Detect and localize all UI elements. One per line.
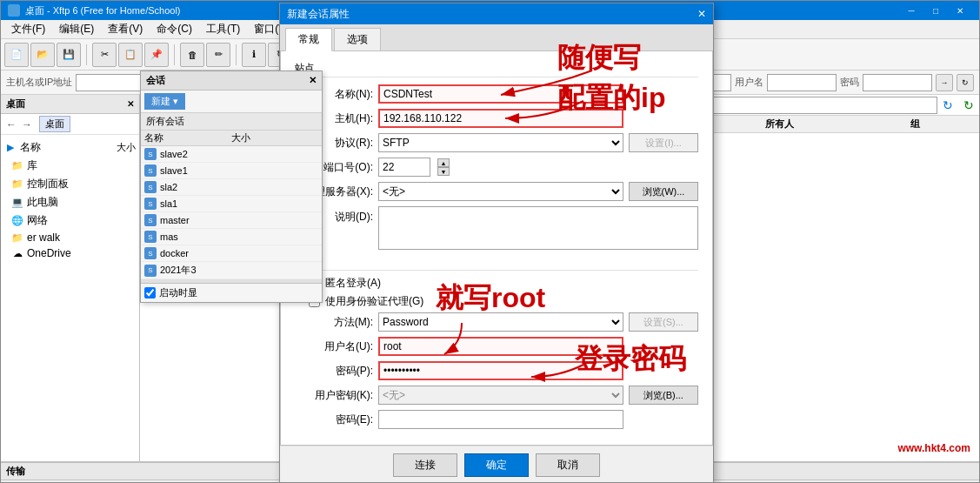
maximize-button[interactable]: □ — [923, 1, 948, 20]
session-items: S slave2 S slave1 S sla2 S sla1 S master… — [141, 146, 322, 279]
close-button[interactable]: ✕ — [948, 1, 972, 20]
agent-row: 使用身份验证代理(G) — [309, 294, 698, 309]
dialog-title-bar: 新建会话属性 ✕ — [280, 3, 713, 24]
connect-btn[interactable]: → — [936, 74, 953, 91]
tab-general[interactable]: 常规 — [285, 28, 332, 51]
setup2-button[interactable]: 设置(S)... — [629, 312, 698, 332]
tb-prop[interactable]: ℹ — [242, 43, 266, 67]
session-sla2[interactable]: S sla2 — [141, 179, 322, 196]
session-cols: 名称 大小 — [141, 131, 322, 146]
menu-tools[interactable]: 工具(T) — [199, 20, 247, 38]
minimize-button[interactable]: ─ — [899, 1, 923, 20]
username-input[interactable] — [767, 74, 837, 91]
protocol-select[interactable]: SFTP FTP FTPS — [378, 133, 623, 152]
setup-button[interactable]: 设置(I)... — [629, 133, 698, 152]
proxy-select[interactable]: <无> — [378, 182, 623, 201]
login-section-label: 登录 — [295, 255, 698, 271]
folder-icon: ▶ — [4, 142, 17, 154]
tb-new[interactable]: 📄 — [4, 43, 29, 67]
tb-paste[interactable]: 📌 — [144, 43, 169, 67]
tb-open[interactable]: 📂 — [30, 43, 55, 67]
tab-options[interactable]: 选项 — [334, 28, 381, 50]
session-col-size: 大小 — [231, 131, 318, 144]
port-up[interactable]: ▲ — [437, 158, 450, 167]
tree-onedrive[interactable]: ☁ OneDrive — [1, 245, 139, 261]
password-input[interactable] — [378, 361, 623, 380]
passphrase-input[interactable] — [378, 410, 623, 429]
host-row: 主机(H): — [295, 109, 698, 128]
browse2-button[interactable]: 浏览(B)... — [629, 386, 698, 405]
session-panel-title: 会话 — [146, 74, 165, 87]
browse-w-button[interactable]: 浏览(W)... — [629, 182, 698, 201]
session-mas[interactable]: S mas — [141, 229, 322, 245]
tb-rename[interactable]: ✏ — [206, 43, 230, 67]
pass-label: 密码 — [840, 76, 859, 89]
tree-library-label: 库 — [27, 158, 37, 173]
session-panel-header: 会话 ✕ — [141, 71, 322, 91]
new-session-dialog: 新建会话属性 ✕ 常规 选项 站点 名称(N): 主机(H): 协议(R): — [279, 3, 714, 483]
tree-item-root[interactable]: ▶ 名称 大小 — [1, 138, 139, 157]
new-btn-label: 新建 ▾ — [151, 95, 178, 108]
session-sla2-label: sla2 — [160, 182, 177, 192]
dialog-title-text: 新建会话属性 — [287, 7, 350, 22]
station-section-label: 站点 — [295, 62, 698, 77]
remote-refresh[interactable]: ↻ — [937, 97, 958, 114]
password-input[interactable] — [863, 74, 932, 91]
passphrase-row: 密码(E): — [295, 410, 698, 429]
session-slave2[interactable]: S slave2 — [141, 146, 322, 163]
watermark: www.hkt4.com — [897, 442, 970, 454]
cancel-button[interactable]: 取消 — [536, 453, 600, 477]
session-panel-close[interactable]: ✕ — [309, 75, 317, 86]
session-bottom: 启动时显 — [141, 283, 322, 302]
autostart-checkbox[interactable] — [144, 287, 156, 299]
nav-back[interactable]: ← — [4, 118, 18, 131]
session-icon-master: S — [144, 214, 157, 226]
tree-erwalk[interactable]: 📁 er walk — [1, 230, 139, 245]
menu-edit[interactable]: 编辑(E) — [52, 20, 101, 38]
session-docker[interactable]: S docker — [141, 245, 322, 262]
tree-library[interactable]: 📁 库 — [1, 157, 139, 175]
remote-refresh2[interactable]: ↻ — [958, 97, 979, 114]
dialog-close-button[interactable]: ✕ — [697, 8, 706, 20]
tb-cut[interactable]: ✂ — [92, 43, 117, 67]
userkey-select[interactable]: <无> — [378, 386, 623, 405]
name-input[interactable] — [378, 84, 623, 104]
tree-controlpanel[interactable]: 📁 控制面板 — [1, 175, 139, 193]
menu-file[interactable]: 文件(F) — [4, 20, 52, 38]
menu-command[interactable]: 命令(C) — [150, 20, 199, 38]
session-icon-2021: S — [144, 265, 157, 277]
port-input[interactable] — [378, 158, 430, 177]
tb-delete[interactable]: 🗑 — [180, 43, 204, 67]
tb-sep1 — [86, 44, 87, 65]
addr-refresh[interactable]: ↻ — [957, 74, 974, 91]
desc-row: 说明(D): — [295, 206, 698, 250]
session-slave1[interactable]: S slave1 — [141, 163, 322, 179]
desc-textarea[interactable] — [378, 206, 698, 250]
menu-view[interactable]: 查看(V) — [101, 20, 150, 38]
method-select[interactable]: Password PublicKey Keyboard Interactive — [378, 312, 623, 332]
left-panel-title: 桌面 — [6, 97, 25, 111]
tb-copy[interactable]: 📋 — [118, 43, 143, 67]
agent-label: 使用身份验证代理(G) — [325, 294, 423, 309]
tree-thispc-label: 此电脑 — [27, 195, 58, 210]
tree-network-label: 网络 — [27, 213, 48, 228]
tree-network[interactable]: 🌐 网络 — [1, 211, 139, 230]
session-new-button[interactable]: 新建 ▾ — [144, 93, 185, 110]
password-label: 密码(P): — [295, 364, 373, 379]
tree-thispc[interactable]: 💻 此电脑 — [1, 193, 139, 211]
col-owner: 所有人 — [760, 116, 905, 133]
port-down[interactable]: ▼ — [437, 167, 450, 176]
session-icon-docker: S — [144, 247, 157, 259]
title-bar-controls: ─ □ ✕ — [899, 1, 972, 20]
nav-forward[interactable]: → — [20, 118, 34, 131]
erwalk-icon: 📁 — [11, 231, 23, 244]
session-2021[interactable]: S 2021年3 — [141, 262, 322, 279]
tb-save[interactable]: 💾 — [57, 43, 81, 67]
session-sla1[interactable]: S sla1 — [141, 196, 322, 212]
host-input[interactable] — [378, 109, 623, 128]
username-input[interactable] — [378, 337, 623, 356]
connect-button[interactable]: 连接 — [393, 453, 457, 477]
session-master[interactable]: S master — [141, 212, 322, 229]
ok-button[interactable]: 确定 — [464, 453, 529, 477]
left-panel-close[interactable]: ✕ — [127, 99, 134, 109]
